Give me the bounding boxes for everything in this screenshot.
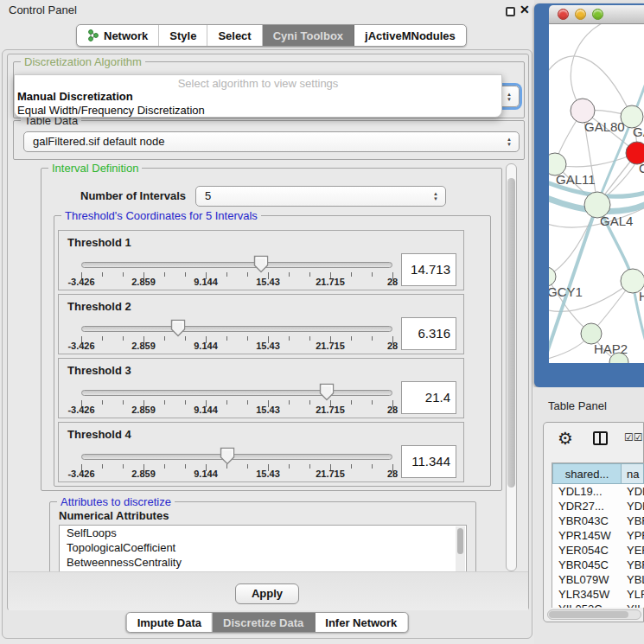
panel-title: Control Panel (9, 3, 77, 16)
slider-tick (351, 464, 352, 469)
tab-select[interactable]: Select (207, 25, 262, 46)
column-header-shared[interactable]: shared... (552, 463, 622, 484)
group-title: Discretization Algorithm (21, 55, 145, 68)
settings-gear-icon[interactable]: ⚙ (558, 428, 573, 449)
slider-tick (164, 400, 165, 405)
threshold-panel: Threshold 3-3.4262.8599.14415.4321.71528… (58, 358, 464, 418)
cell-name[interactable]: YLR3 (622, 587, 644, 602)
slider-tick (372, 464, 373, 469)
cell-shared-name[interactable]: YBL079W (552, 572, 622, 587)
slider-tick (185, 400, 186, 405)
threshold-panel: Threshold 2-3.4262.8599.14415.4321.71528… (58, 294, 464, 354)
table-data-select[interactable]: galFiltered.sif default node ▲▼ (23, 131, 520, 152)
svg-text:GAL80: GAL80 (584, 119, 625, 134)
cell-name[interactable]: YBR0 (622, 558, 644, 572)
close-panel-icon[interactable]: ✕ (520, 3, 530, 16)
attribute-list-item[interactable]: BetweennessCentrality (60, 555, 466, 570)
tab-style[interactable]: Style (159, 25, 207, 46)
slider-track[interactable] (81, 390, 392, 396)
slider-tick (351, 336, 352, 341)
cell-shared-name[interactable]: YER054C (552, 543, 622, 558)
cell-shared-name[interactable]: YIL052C (552, 602, 622, 608)
slider-track[interactable] (81, 326, 392, 332)
slider-tick (372, 272, 373, 277)
cell-name[interactable]: YDR2 (622, 499, 644, 513)
slider-tick-label: -3.426 (67, 277, 94, 287)
cell-name[interactable]: YDL1 (622, 484, 644, 499)
apply-button[interactable]: Apply (235, 583, 299, 604)
mac-close-icon[interactable] (558, 9, 569, 20)
num-intervals-label: Number of Intervals (80, 189, 186, 202)
threshold-value-field[interactable]: 6.316 (401, 317, 456, 350)
tab-label: Network (104, 29, 148, 42)
cell-shared-name[interactable]: YLR345W (552, 587, 622, 602)
cell-shared-name[interactable]: YBR045C (552, 558, 622, 572)
mac-zoom-icon[interactable] (592, 9, 603, 20)
network-window-titlebar[interactable] (549, 5, 644, 24)
thresholds-group: Threshold's Coordinates for 5 Intervals … (54, 215, 491, 487)
slider-tick-label: 9.144 (194, 277, 218, 287)
table-row[interactable]: YDL19...YDL1 (552, 484, 644, 499)
split-view-icon[interactable] (593, 431, 608, 445)
tab-cyni-toolbox[interactable]: Cyni Toolbox (263, 25, 354, 46)
slider-handle[interactable] (253, 255, 269, 273)
slider-handle[interactable] (170, 319, 186, 337)
cell-shared-name[interactable]: YDL19... (552, 484, 622, 499)
column-visibility-checkbox-icons[interactable]: ☑☑ (624, 431, 643, 443)
num-intervals-select[interactable]: 5 ▲▼ (195, 186, 446, 207)
node-attribute-table[interactable]: shared... na YDL19...YDL1YDR27...YDR2YBR… (552, 462, 644, 608)
cell-shared-name[interactable]: YBR043C (552, 513, 622, 528)
tab-impute-data[interactable]: Impute Data (127, 613, 213, 632)
column-header-name[interactable]: na (622, 463, 644, 484)
table-horizontal-scrollbar[interactable] (547, 609, 641, 620)
table-row[interactable]: YBR043CYBR0 (552, 513, 644, 528)
tab-discretize-data[interactable]: Discretize Data (213, 613, 315, 632)
dropdown-option[interactable]: Manual Discretization (15, 90, 501, 104)
cell-shared-name[interactable]: YDR27... (552, 499, 622, 513)
slider-track[interactable] (81, 262, 392, 268)
threshold-value-field[interactable]: 11.344 (401, 445, 456, 478)
threshold-value-field[interactable]: 14.713 (401, 253, 456, 286)
slider-track[interactable] (81, 454, 392, 460)
cell-name[interactable]: YIL0 (622, 602, 644, 608)
dropdown-prompt: Select algorithm to view settings (15, 75, 501, 90)
slider-tick (185, 464, 186, 469)
network-canvas[interactable]: GAL80GACGAL11GAL4GCY1HHAP2 (549, 24, 644, 363)
dropdown-option[interactable]: Equal Width/Frequency Discretization (15, 104, 501, 118)
slider-tick (309, 400, 310, 405)
list-scrollbar-thumb[interactable] (457, 528, 463, 554)
threshold-value-field[interactable]: 21.4 (401, 381, 456, 414)
control-panel: Control Panel ✕ NetworkStyleSelectCyni T… (0, 0, 534, 644)
tab-infer-network[interactable]: Infer Network (315, 613, 407, 632)
cell-name[interactable]: YPR1 (622, 528, 644, 543)
slider-tick-label: 2.859 (131, 277, 156, 287)
slider-handle[interactable] (220, 447, 235, 465)
mac-minimize-icon[interactable] (575, 9, 586, 20)
table-row[interactable]: YBR045CYBR0 (552, 558, 644, 572)
table-row[interactable]: YBL079WYBL0 (552, 572, 644, 587)
table-row[interactable]: YLR345WYLR3 (552, 587, 644, 602)
tab-jactivemnodules[interactable]: jActiveMNodules (354, 25, 466, 46)
attribute-list-item[interactable]: TopologicalCoefficient (60, 540, 466, 555)
table-header-row: shared... na (552, 463, 644, 484)
cell-name[interactable]: YER0 (622, 543, 644, 558)
float-window-icon[interactable] (506, 7, 515, 16)
attribute-list-item[interactable]: SelfLoops (60, 526, 466, 540)
table-row[interactable]: YPR145WYPR1 (552, 528, 644, 543)
table-row[interactable]: YIL052CYIL0 (552, 602, 644, 608)
attributes-group: Attributes to discretize Numerical Attri… (49, 501, 476, 571)
table-row[interactable]: YDR27...YDR2 (552, 499, 644, 513)
tab-network[interactable]: Network (77, 25, 159, 46)
table-scrollbar-thumb[interactable] (549, 611, 628, 618)
cell-name[interactable]: YBR0 (622, 513, 644, 528)
slider-handle[interactable] (319, 383, 335, 401)
list-scrollbar[interactable] (456, 526, 465, 571)
numerical-attributes-list[interactable]: SelfLoopsTopologicalCoefficientBetweenne… (59, 525, 467, 571)
settings-scrollbar-thumb[interactable] (507, 178, 515, 488)
cell-name[interactable]: YBL0 (622, 572, 644, 587)
slider-tick (289, 464, 290, 469)
settings-scrollbar[interactable] (506, 163, 517, 571)
table-row[interactable]: YER054CYER0 (552, 543, 644, 558)
slider-tick (226, 336, 227, 341)
cell-shared-name[interactable]: YPR145W (552, 528, 622, 543)
